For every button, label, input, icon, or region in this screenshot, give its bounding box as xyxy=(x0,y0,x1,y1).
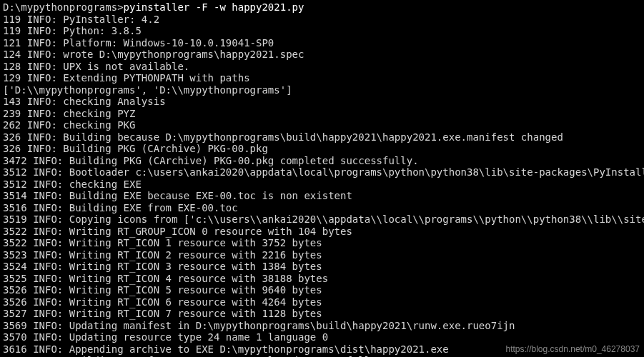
output-line: 239 INFO: checking PYZ xyxy=(3,108,641,120)
output-line: 326 INFO: Building because D:\mypythonpr… xyxy=(3,131,641,144)
output-line: 3525 INFO: Writing RT_ICON 4 resource wi… xyxy=(3,273,641,285)
output-line: 3522 INFO: Writing RT_ICON 1 resource wi… xyxy=(3,237,641,249)
output-line: 143 INFO: checking Analysis xyxy=(3,96,641,108)
output-line: 3569 INFO: Updating manifest in D:\mypyt… xyxy=(3,320,641,332)
prompt-path: D:\mypythonprograms> xyxy=(3,1,124,13)
output-line: 119 INFO: Python: 3.8.5 xyxy=(3,25,641,37)
watermark-text: https://blog.csdn.net/m0_46278037 xyxy=(506,344,640,354)
output-line: 3519 INFO: Copying icons from ['c:\\user… xyxy=(3,213,641,226)
terminal-output: 119 INFO: PyInstaller: 4.2119 INFO: Pyth… xyxy=(3,14,641,357)
command-prompt-line[interactable]: D:\mypythonprograms>pyinstaller -F -w ha… xyxy=(3,1,641,14)
output-line: 3516 INFO: Building EXE from EXE-00.toc xyxy=(3,202,641,214)
output-line: 3527 INFO: Writing RT_ICON 7 resource wi… xyxy=(3,308,641,320)
output-line: 129 INFO: Extending PYTHONPATH with path… xyxy=(3,72,641,84)
output-line: 3523 INFO: Writing RT_ICON 2 resource wi… xyxy=(3,249,641,261)
output-line: 119 INFO: PyInstaller: 4.2 xyxy=(3,14,641,26)
output-line: 128 INFO: UPX is not available. xyxy=(3,61,641,73)
output-line: 3514 INFO: Building EXE because EXE-00.t… xyxy=(3,190,641,202)
output-line: 3524 INFO: Writing RT_ICON 3 resource wi… xyxy=(3,261,641,273)
output-line: 3522 INFO: Writing RT_GROUP_ICON 0 resou… xyxy=(3,226,641,238)
output-line: 3570 INFO: Updating resource type 24 nam… xyxy=(3,331,641,343)
output-line: 3526 INFO: Writing RT_ICON 6 resource wi… xyxy=(3,296,641,308)
output-line: 3512 INFO: checking EXE xyxy=(3,178,641,191)
output-line: 3472 INFO: Building PKG (CArchive) PKG-0… xyxy=(3,155,641,167)
output-line: 3512 INFO: Bootloader c:\users\ankai2020… xyxy=(3,166,641,178)
output-line: 3526 INFO: Writing RT_ICON 5 resource wi… xyxy=(3,284,641,296)
output-line: ['D:\\mypythonprograms', 'D:\\mypythonpr… xyxy=(3,84,641,96)
output-line: 121 INFO: Platform: Windows-10-10.0.1904… xyxy=(3,37,641,49)
command-text: pyinstaller -F -w happy2021.py xyxy=(124,1,304,13)
output-line: 124 INFO: wrote D:\mypythonprograms\happ… xyxy=(3,49,641,61)
output-line: 262 INFO: checking PKG xyxy=(3,119,641,131)
output-line: 326 INFO: Building PKG (CArchive) PKG-00… xyxy=(3,143,641,155)
